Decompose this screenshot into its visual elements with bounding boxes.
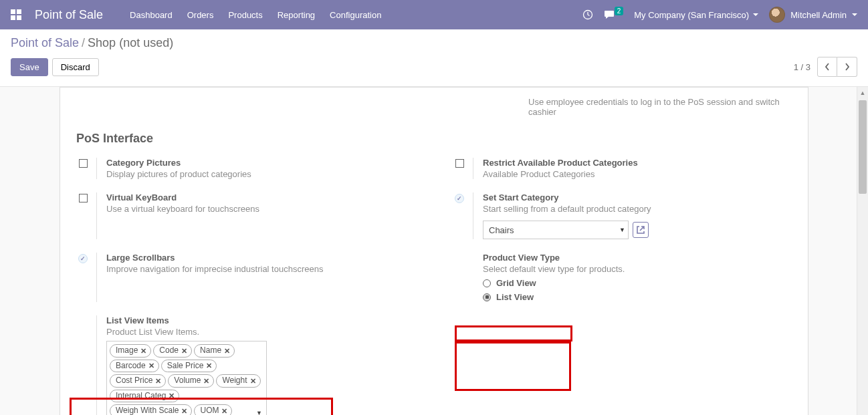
chat-icon[interactable]: 2	[604, 9, 624, 20]
pager-prev[interactable]	[817, 57, 837, 77]
setting-title: Set Start Category	[483, 192, 792, 202]
checkbox-start-category[interactable]	[455, 194, 464, 203]
tag-remove-icon[interactable]: ✕	[181, 346, 187, 356]
breadcrumb-root[interactable]: Point of Sale	[11, 36, 79, 50]
tag-remove-icon[interactable]: ✕	[221, 406, 227, 415]
radio-list-view[interactable]	[483, 293, 491, 301]
tag-label: Barcode	[116, 361, 146, 372]
employee-hint-text: Use employee credentials to log in to th…	[528, 93, 808, 121]
nav-products[interactable]: Products	[228, 10, 262, 20]
list-view-items-tags[interactable]: Image✕Code✕Name✕Barcode✕Sale Price✕Cost …	[106, 341, 267, 415]
setting-desc: Select default view type for products.	[483, 264, 792, 274]
chevron-down-icon: ▼	[256, 410, 262, 415]
setting-product-view-type: Product View Type Select default view ty…	[447, 247, 797, 310]
setting-desc: Improve navigation for imprecise industr…	[106, 264, 415, 274]
radio-grid-label: Grid View	[496, 278, 536, 288]
tag-label: Cost Price	[116, 376, 152, 386]
breadcrumb-current: Shop (not used)	[88, 36, 173, 50]
company-selector[interactable]: My Company (San Francisco)	[634, 10, 758, 20]
setting-category-pictures: Category Pictures Display pictures of pr…	[71, 152, 421, 187]
setting-desc: Start selling from a default product cat…	[483, 204, 792, 214]
tag-remove-icon[interactable]: ✕	[169, 391, 175, 400]
user-menu[interactable]: Mitchell Admin	[769, 7, 857, 23]
checkbox-category-pictures[interactable]	[79, 159, 88, 168]
section-title-pos-interface: PoS Interface	[60, 121, 808, 152]
breadcrumb: Point of Sale / Shop (not used)	[11, 36, 857, 50]
breadcrumb-separator: /	[82, 36, 85, 50]
chevron-left-icon	[825, 63, 830, 71]
setting-virtual-keyboard: Virtual KeyBoard Use a virtual keyboard …	[71, 187, 421, 247]
setting-desc: Use a virtual keyboard for touchscreens	[106, 204, 415, 214]
start-category-select[interactable]: Chairs ▼	[483, 221, 629, 239]
setting-title: Virtual KeyBoard	[106, 192, 415, 202]
tag-item: UOM✕	[194, 404, 232, 415]
external-link-icon	[636, 225, 645, 235]
tag-label: Weight	[222, 376, 247, 386]
pager-next[interactable]	[837, 57, 857, 77]
tag-label: Weigh With Scale	[116, 406, 179, 415]
tag-remove-icon[interactable]: ✕	[155, 376, 161, 386]
apps-icon[interactable]	[11, 9, 21, 20]
tag-remove-icon[interactable]: ✕	[203, 376, 209, 386]
tag-item: Cost Price✕	[110, 374, 166, 388]
user-name: Mitchell Admin	[790, 10, 847, 20]
avatar	[769, 7, 785, 23]
pager-text: 1 / 3	[794, 62, 810, 72]
checkbox-large-scrollbars[interactable]	[78, 254, 88, 263]
nav-dashboard[interactable]: Dashboard	[130, 10, 173, 20]
tag-remove-icon[interactable]: ✕	[140, 346, 146, 356]
chevron-right-icon	[845, 63, 850, 71]
tag-item: Name✕	[194, 344, 235, 358]
tag-remove-icon[interactable]: ✕	[148, 361, 154, 370]
chevron-down-icon	[753, 13, 758, 16]
tag-item: Weight✕	[216, 374, 260, 388]
tag-label: UOM	[200, 406, 219, 415]
tag-remove-icon[interactable]: ✕	[224, 346, 230, 356]
setting-title: Product View Type	[483, 253, 792, 263]
setting-desc: Display pictures of product categories	[106, 169, 415, 179]
tag-label: Image	[116, 345, 138, 356]
tag-item: Volume✕	[168, 374, 214, 388]
external-link-button[interactable]	[633, 222, 649, 238]
app-brand: Point of Sale	[35, 8, 103, 22]
tag-label: Internal Categ	[116, 391, 166, 402]
setting-restrict-categories: Restrict Available Product Categories Av…	[447, 152, 797, 187]
nav-links: Dashboard Orders Products Reporting Conf…	[130, 10, 381, 20]
setting-desc: Product List View Items.	[106, 327, 415, 337]
start-category-value: Chairs	[489, 225, 514, 235]
nav-configuration[interactable]: Configuration	[330, 10, 381, 20]
checkbox-restrict-categories[interactable]	[455, 159, 464, 168]
chevron-down-icon	[852, 13, 857, 16]
tag-label: Code	[159, 345, 179, 356]
discard-button[interactable]: Discard	[52, 58, 99, 76]
tag-label: Name	[200, 345, 221, 356]
nav-reporting[interactable]: Reporting	[278, 10, 315, 20]
tag-item: Barcode✕	[110, 360, 159, 373]
tag-item: Internal Categ✕	[110, 390, 179, 403]
setting-start-category: Set Start Category Start selling from a …	[447, 187, 797, 247]
checkbox-virtual-keyboard[interactable]	[79, 194, 88, 202]
clock-icon[interactable]	[582, 9, 593, 20]
setting-title: Large Scrollbars	[106, 253, 415, 263]
company-name: My Company (San Francisco)	[634, 10, 749, 20]
radio-grid-view[interactable]	[483, 279, 491, 287]
tag-remove-icon[interactable]: ✕	[250, 376, 256, 386]
save-button[interactable]: Save	[11, 58, 48, 76]
nav-orders[interactable]: Orders	[187, 10, 214, 20]
tag-item: Weigh With Scale✕	[110, 404, 192, 415]
tag-item: Code✕	[153, 344, 192, 358]
tag-remove-icon[interactable]: ✕	[206, 361, 212, 370]
chevron-down-icon: ▼	[619, 227, 625, 233]
setting-title: List View Items	[106, 315, 415, 325]
tag-label: Sale Price	[167, 361, 204, 372]
tag-item: Image✕	[110, 344, 151, 358]
radio-list-label: List View	[496, 292, 534, 302]
setting-title: Category Pictures	[106, 158, 415, 168]
setting-list-view-items: List View Items Product List View Items.…	[71, 310, 421, 415]
setting-large-scrollbars: Large Scrollbars Improve navigation for …	[71, 247, 421, 310]
setting-title: Restrict Available Product Categories	[483, 158, 792, 168]
tag-item: Sale Price✕	[161, 360, 217, 373]
tag-label: Volume	[174, 376, 201, 386]
tag-remove-icon[interactable]: ✕	[181, 406, 187, 415]
setting-desc: Available Product Categories	[483, 169, 792, 179]
